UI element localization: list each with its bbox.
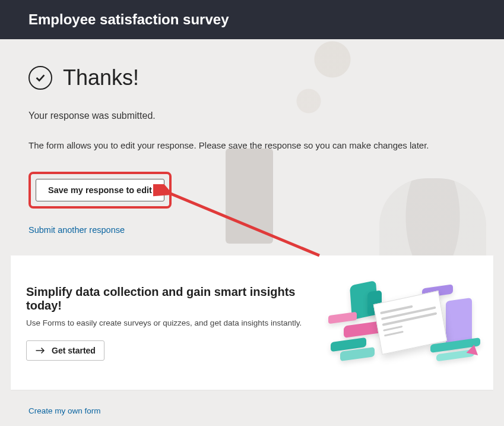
get-started-label: Get started <box>52 346 96 355</box>
create-my-own-form-link[interactable]: Create my own form <box>28 406 101 415</box>
submit-another-response-link[interactable]: Submit another response <box>28 225 125 235</box>
main-content: Thanks! Your response was submitted. The… <box>0 39 504 235</box>
annotation-highlight-box: Save my response to edit <box>28 172 172 209</box>
save-response-button[interactable]: Save my response to edit <box>36 179 164 201</box>
edit-hint-message: The form allows you to edit your respons… <box>28 140 476 150</box>
promo-subtitle: Use Forms to easily create surveys or qu… <box>26 318 329 327</box>
page-title: Employee satisfaction survey <box>28 11 229 28</box>
promo-illustration <box>329 278 478 367</box>
check-circle-icon <box>28 66 52 90</box>
thanks-row: Thanks! <box>28 65 476 90</box>
arrow-right-icon <box>35 346 46 355</box>
thanks-heading: Thanks! <box>63 65 139 90</box>
promo-card: Simplify data collection and gain smart … <box>11 255 493 390</box>
submitted-message: Your response was submitted. <box>28 111 476 121</box>
promo-title: Simplify data collection and gain smart … <box>26 285 329 313</box>
footer: Create my own form Powered by Microsoft … <box>0 390 504 426</box>
get-started-button[interactable]: Get started <box>26 340 104 361</box>
header-bar: Employee satisfaction survey <box>0 0 504 39</box>
